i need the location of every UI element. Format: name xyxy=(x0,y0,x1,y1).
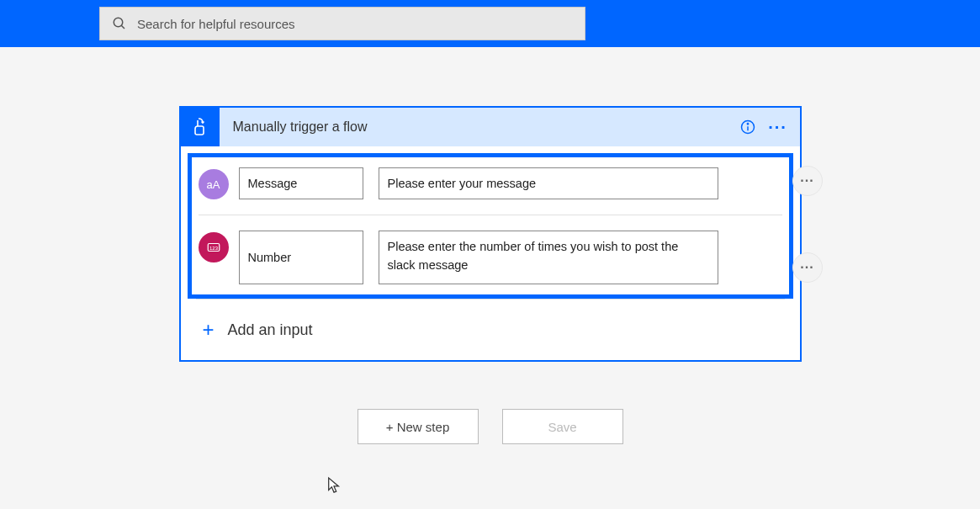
input-name-field[interactable] xyxy=(239,167,363,199)
input-row-number: 123 ··· xyxy=(199,225,782,289)
canvas: Manually trigger a flow ··· aA ··· 123 xyxy=(0,47,980,444)
input-row-message: aA ··· xyxy=(199,162,782,215)
save-button: Save xyxy=(502,409,623,444)
info-icon[interactable] xyxy=(733,112,763,142)
input-row-more-icon[interactable]: ··· xyxy=(792,166,823,196)
search-input[interactable] xyxy=(137,17,573,31)
plus-icon: + xyxy=(203,318,215,342)
svg-text:123: 123 xyxy=(209,246,218,251)
add-input-button[interactable]: + Add an input xyxy=(181,300,800,360)
svg-point-0 xyxy=(114,18,123,27)
search-box[interactable] xyxy=(99,7,585,40)
input-description-field[interactable] xyxy=(379,231,718,284)
search-icon xyxy=(112,16,127,31)
add-input-label: Add an input xyxy=(228,321,313,339)
text-type-icon: aA xyxy=(199,169,229,199)
input-row-more-icon[interactable]: ··· xyxy=(792,252,823,283)
card-header: Manually trigger a flow ··· xyxy=(181,108,800,146)
input-description-field[interactable] xyxy=(379,167,718,199)
card-more-icon[interactable]: ··· xyxy=(763,112,793,142)
inputs-frame: aA ··· 123 ··· xyxy=(188,153,793,299)
flow-trigger-card: Manually trigger a flow ··· aA ··· 123 xyxy=(179,106,802,362)
svg-point-4 xyxy=(747,124,748,125)
number-type-icon: 123 xyxy=(199,232,229,262)
bottom-actions: + New step Save xyxy=(358,409,623,444)
top-bar xyxy=(0,0,980,47)
input-name-field[interactable] xyxy=(239,231,363,284)
mouse-cursor-icon xyxy=(326,476,342,498)
new-step-button[interactable]: + New step xyxy=(358,409,479,444)
trigger-icon xyxy=(181,108,220,146)
card-title: Manually trigger a flow xyxy=(233,119,733,135)
svg-line-1 xyxy=(121,25,124,29)
